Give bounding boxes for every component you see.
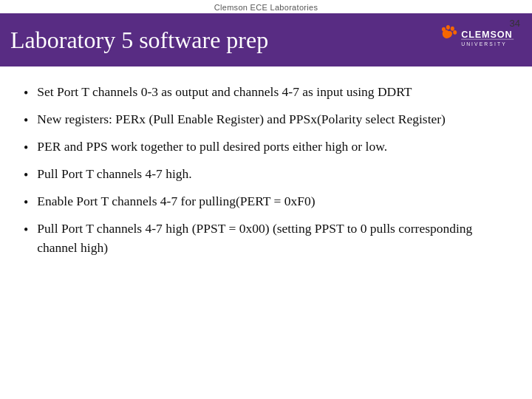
bullet-text: New registers: PERx (Pull Enable Registe… (37, 110, 508, 129)
top-bar-label: Clemson ECE Laboratories (214, 3, 318, 12)
svg-text:UNIVERSITY: UNIVERSITY (461, 41, 507, 47)
list-item: • Set Port T channels 0-3 as output and … (24, 83, 508, 103)
svg-point-0 (442, 27, 446, 32)
bullet-dot: • (24, 166, 28, 185)
bullet-dot: • (24, 138, 28, 157)
svg-point-1 (446, 25, 450, 30)
slide-title: Laboratory 5 software prep (10, 27, 268, 54)
slide: Clemson ECE Laboratories 34 Laboratory 5… (0, 0, 532, 399)
page-number: 34 (510, 18, 520, 29)
bullet-list: • Set Port T channels 0-3 as output and … (24, 83, 508, 265)
bullet-text: PER and PPS work together to pull desire… (37, 137, 508, 156)
clemson-logo: CLEMSON UNIVERSITY (437, 24, 519, 56)
bullet-text: Set Port T channels 0-3 as output and ch… (37, 83, 508, 101)
bullet-text: Pull Port T channels 4-7 high. (37, 165, 508, 183)
bullet-dot: • (24, 193, 28, 212)
slide-content: Clemson ECE Laboratories 34 Laboratory 5… (0, 0, 532, 399)
list-item: • New registers: PERx (Pull Enable Regis… (24, 110, 508, 130)
clemson-logo-svg: CLEMSON UNIVERSITY (437, 24, 519, 56)
bullet-dot: • (24, 220, 28, 239)
svg-point-3 (453, 30, 457, 35)
bullet-dot: • (24, 111, 28, 130)
top-bar: Clemson ECE Laboratories (0, 0, 532, 13)
list-item: • Pull Port T channels 4-7 high (PPST = … (24, 219, 508, 257)
bullet-dot: • (24, 83, 28, 103)
list-item: • PER and PPS work together to pull desi… (24, 137, 508, 157)
svg-text:CLEMSON: CLEMSON (461, 30, 512, 40)
bullet-text: Pull Port T channels 4-7 high (PPST = 0x… (37, 219, 508, 257)
bullet-text: Enable Port T channels 4-7 for pulling(P… (37, 192, 508, 211)
svg-point-2 (451, 27, 454, 31)
list-item: • Pull Port T channels 4-7 high. (24, 165, 508, 185)
list-item: • Enable Port T channels 4-7 for pulling… (24, 192, 508, 212)
header-strip: Laboratory 5 software prep CLEM (0, 13, 532, 66)
content-area: • Set Port T channels 0-3 as output and … (0, 66, 532, 399)
